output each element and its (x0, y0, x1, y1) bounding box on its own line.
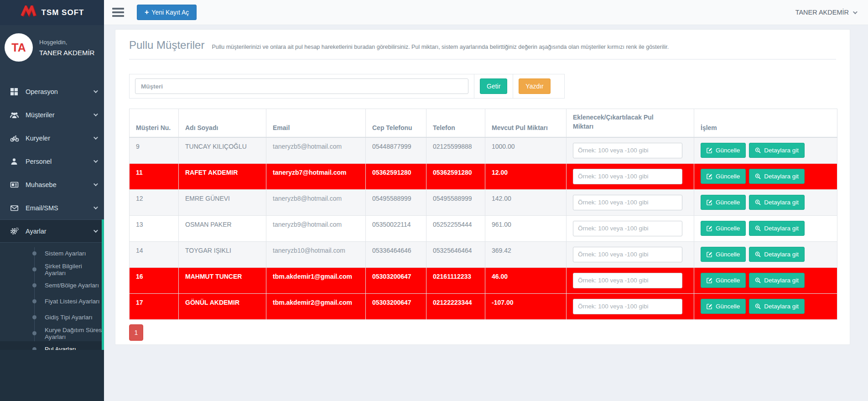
user-menu[interactable]: TANER AKDEMİR (795, 9, 856, 16)
settings-section: Ayarlar Sistem Ayarları Şirket Bilgileri… (0, 219, 104, 361)
chevron-down-icon (94, 112, 98, 116)
cell-id: 9 (130, 137, 179, 164)
sidebar-item-label: Operasyon (26, 88, 94, 95)
page-title: Pullu Müşteriler (129, 39, 204, 52)
details-button[interactable]: Detaylara git (749, 247, 805, 262)
cell-name: GÖNÜL AKDEMIR (179, 293, 266, 319)
sidebar-item-personel[interactable]: Personel (0, 150, 104, 173)
chevron-down-icon (94, 158, 98, 163)
sidebar-item-kuryeler[interactable]: Kuryeler (0, 126, 104, 150)
amount-change-input[interactable] (573, 143, 682, 158)
amount-change-input[interactable] (573, 273, 682, 288)
cell-mobile: 05303200647 (366, 267, 426, 293)
gears-icon (10, 227, 21, 235)
cell-actions: Güncelle Detaylara git (694, 293, 837, 319)
newspaper-icon (10, 181, 21, 189)
submenu-item-sirket-bilgileri-ayarlari[interactable]: Şirket Bilgileri Ayarları (0, 261, 104, 277)
sidebar-item-operasyon[interactable]: Operasyon (0, 80, 104, 103)
cell-amount: 369.42 (485, 241, 567, 267)
sidebar-item-musteriler[interactable]: Müşteriler (0, 103, 104, 126)
cell-amount: 142.00 (485, 189, 567, 215)
new-record-label: Yeni Kayıt Aç (151, 9, 189, 16)
update-button[interactable]: Güncelle (701, 273, 746, 288)
submenu-item-sistem-ayarlari[interactable]: Sistem Ayarları (0, 245, 104, 261)
chevron-down-icon (94, 182, 98, 186)
update-button[interactable]: Güncelle (701, 169, 746, 184)
user-profile: TA Hoşgeldin, TANER AKDEMİR (0, 27, 104, 70)
col-header-phone: Telefon (426, 109, 485, 137)
cell-amount: 1000.00 (485, 137, 567, 164)
amount-change-input[interactable] (573, 247, 682, 262)
cell-email: taneryzb9@hotmail.com (266, 215, 366, 241)
chevron-down-icon (94, 228, 98, 233)
sidebar-item-email-sms[interactable]: Email/SMS (0, 196, 104, 219)
menu-toggle-button[interactable] (112, 6, 124, 19)
search-box: Getir Yazdır (129, 74, 565, 99)
get-button-cell: Getir (474, 74, 513, 98)
details-button[interactable]: Detaylara git (749, 169, 805, 184)
cell-id: 14 (130, 241, 179, 267)
sidebar-nav: Operasyon Müşteriler Kuryeler (0, 80, 104, 361)
amount-change-input[interactable] (573, 169, 682, 184)
amount-change-input[interactable] (573, 195, 682, 210)
cell-amount-input (567, 267, 694, 293)
customer-search-input[interactable] (135, 78, 468, 94)
amount-change-input[interactable] (573, 221, 682, 236)
details-button[interactable]: Detaylara git (749, 273, 805, 288)
user-icon (10, 157, 21, 166)
update-button[interactable]: Güncelle (701, 143, 746, 158)
sidebar-item-ayarlar[interactable]: Ayarlar (0, 219, 104, 243)
cell-email: taneryzb8@hotmail.com (266, 189, 366, 215)
update-button[interactable]: Güncelle (701, 221, 746, 236)
brand: TSM SOFT (0, 0, 104, 25)
bicycle-icon (10, 134, 21, 142)
update-button[interactable]: Güncelle (701, 299, 746, 314)
table-row: 14 TOYGAR IŞIKLI taneryzb10@hotmail.com … (130, 241, 837, 267)
submenu-item-fiyat-listesi-ayarlari[interactable]: Fiyat Listesi Ayarları (0, 293, 104, 309)
table-row: 9 TUNCAY KILIÇOĞLU taneryzb5@hotmail.com… (130, 137, 837, 164)
amount-change-input[interactable] (573, 299, 682, 314)
sidebar-item-muhasebe[interactable]: Muhasebe (0, 173, 104, 196)
cell-name: MAHMUT TUNCER (179, 267, 266, 293)
sidebar-item-label: Email/SMS (26, 204, 94, 212)
submenu-item-kurye-dagitim-suresi-ayarlari[interactable]: Kurye Dağıtım Süresi Ayarları (0, 325, 104, 341)
col-header-mobile: Cep Telefonu (366, 109, 426, 137)
avatar: TA (5, 33, 33, 62)
details-button[interactable]: Detaylara git (749, 195, 805, 210)
new-record-button[interactable]: + Yeni Kayıt Aç (137, 5, 197, 20)
update-button[interactable]: Güncelle (701, 247, 746, 262)
cell-phone: 02125599888 (426, 137, 485, 164)
details-button[interactable]: Detaylara git (749, 221, 805, 236)
cell-id: 11 (130, 163, 179, 189)
plus-icon: + (145, 8, 149, 16)
cell-amount: 961.00 (485, 215, 567, 241)
cell-actions: Güncelle Detaylara git (694, 241, 837, 267)
details-button[interactable]: Detaylara git (749, 143, 805, 158)
page-subtitle: Pullu müşterilerinizi ve onlara ait pul … (212, 44, 669, 50)
grid-icon (10, 88, 21, 96)
sidebar-item-label: Personel (26, 158, 94, 165)
submenu-item-semt-bolge-ayarlari[interactable]: Semt/Bölge Ayarları (0, 277, 104, 293)
print-button[interactable]: Yazdır (519, 78, 550, 94)
cell-actions: Güncelle Detaylara git (694, 163, 837, 189)
cell-name: RAFET AKDEMIR (179, 163, 266, 189)
page-1-button[interactable]: 1 (129, 324, 143, 341)
cell-phone: 05325646464 (426, 241, 485, 267)
cell-amount-input (567, 293, 694, 319)
table-row: 11 RAFET AKDEMIR taneryzb7@hotmail.com 0… (130, 163, 837, 189)
submenu-item-gidis-tipi-ayarlari[interactable]: Gidiş Tipi Ayarları (0, 309, 104, 325)
cell-email: taneryzb7@hotmail.com (266, 163, 366, 189)
content-panel: Pullu Müşteriler Pullu müşterilerinizi v… (115, 29, 850, 345)
chevron-down-icon (94, 205, 98, 209)
pagination: 1 (129, 324, 836, 341)
page-head: Pullu Müşteriler Pullu müşterilerinizi v… (129, 30, 836, 52)
cell-amount: 12.00 (485, 163, 567, 189)
col-header-name: Adı Soyadı (179, 109, 266, 137)
get-button-label: Getir (487, 83, 500, 90)
update-button[interactable]: Güncelle (701, 195, 746, 210)
table-row: 13 OSMAN PAKER taneryzb9@hotmail.com 053… (130, 215, 837, 241)
topbar: + Yeni Kayıt Aç TANER AKDEMİR (104, 0, 868, 25)
cell-name: OSMAN PAKER (179, 215, 266, 241)
details-button[interactable]: Detaylara git (749, 299, 805, 314)
get-button[interactable]: Getir (480, 78, 507, 94)
